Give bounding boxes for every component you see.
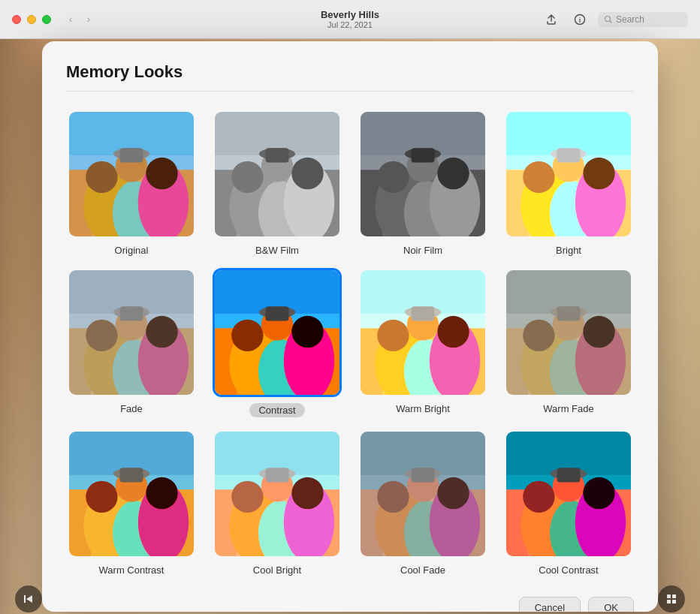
look-item-fade[interactable]: Fade — [66, 268, 197, 417]
look-thumbnail-warm-bright[interactable] — [358, 268, 487, 397]
look-item-bw-film[interactable]: B&W Film — [212, 110, 342, 256]
svg-point-65 — [523, 161, 554, 193]
svg-point-35 — [231, 161, 263, 193]
svg-point-110 — [377, 320, 409, 351]
toolbar-right: i Search — [541, 9, 688, 30]
svg-point-50 — [377, 161, 409, 193]
svg-point-95 — [231, 320, 263, 351]
look-label-cool-contrast: Cool Contrast — [539, 564, 598, 576]
close-button[interactable] — [12, 15, 21, 24]
look-thumbnail-noir-film[interactable] — [358, 110, 487, 239]
modal-footer: Cancel OK — [66, 594, 634, 612]
look-label-contrast: Contrast — [249, 403, 304, 417]
look-label-cool-fade: Cool Fade — [400, 564, 445, 576]
svg-point-155 — [231, 481, 263, 513]
svg-point-112 — [437, 316, 469, 348]
svg-point-125 — [523, 320, 554, 351]
dialog-title: Memory Looks — [66, 62, 634, 92]
photo-title: Beverly Hills — [321, 9, 379, 20]
svg-rect-129 — [557, 306, 581, 321]
svg-point-80 — [86, 320, 117, 351]
look-label-original: Original — [115, 245, 149, 256]
svg-point-187 — [583, 477, 614, 509]
svg-point-157 — [291, 477, 323, 509]
looks-grid: Original — [66, 110, 634, 576]
svg-point-22 — [146, 158, 177, 189]
svg-point-37 — [291, 158, 323, 189]
cancel-button[interactable]: Cancel — [519, 597, 581, 612]
look-item-original[interactable]: Original — [66, 110, 197, 256]
svg-rect-69 — [557, 148, 581, 162]
svg-point-82 — [146, 316, 177, 348]
look-label-warm-bright: Warm Bright — [396, 403, 450, 414]
memory-looks-dialog: Memory Looks — [42, 41, 658, 612]
look-thumbnail-bw-film[interactable] — [213, 110, 342, 239]
svg-point-170 — [377, 481, 409, 513]
look-thumbnail-cool-fade[interactable] — [358, 429, 487, 558]
minimize-button[interactable] — [27, 15, 36, 24]
traffic-lights — [12, 15, 51, 24]
svg-rect-24 — [120, 148, 143, 162]
look-label-fade: Fade — [120, 403, 143, 414]
title-bar: ‹ › Beverly Hills Jul 22, 2021 i Search — [0, 0, 700, 39]
svg-rect-54 — [412, 148, 435, 162]
look-thumbnail-warm-fade[interactable] — [504, 268, 633, 397]
nav-buttons: ‹ › — [63, 12, 96, 27]
photo-date: Jul 22, 2021 — [321, 20, 379, 29]
look-item-cool-bright[interactable]: Cool Bright — [212, 429, 342, 576]
search-bar[interactable]: Search — [598, 12, 688, 27]
look-item-warm-fade[interactable]: Warm Fade — [503, 268, 634, 417]
svg-point-52 — [437, 158, 469, 189]
modal-overlay: Memory Looks — [0, 39, 700, 614]
look-thumbnail-cool-contrast[interactable] — [504, 429, 633, 558]
look-item-bright[interactable]: Bright — [503, 110, 634, 256]
svg-point-140 — [86, 481, 117, 513]
look-item-cool-contrast[interactable]: Cool Contrast — [503, 429, 634, 576]
search-placeholder: Search — [616, 14, 644, 25]
look-thumbnail-cool-bright[interactable] — [213, 429, 342, 558]
look-item-warm-bright[interactable]: Warm Bright — [358, 268, 488, 417]
svg-rect-144 — [120, 468, 143, 482]
look-label-bw-film: B&W Film — [255, 245, 299, 256]
look-thumbnail-contrast[interactable] — [213, 268, 342, 397]
look-label-warm-fade: Warm Fade — [543, 403, 593, 414]
svg-rect-114 — [412, 306, 435, 321]
svg-line-3 — [610, 20, 612, 23]
look-label-noir-film: Noir Film — [403, 245, 442, 256]
back-button[interactable]: ‹ — [63, 12, 78, 27]
look-thumbnail-fade[interactable] — [67, 268, 196, 397]
look-thumbnail-bright[interactable] — [504, 110, 633, 239]
window-title-area: Beverly Hills Jul 22, 2021 — [321, 9, 379, 29]
look-item-contrast[interactable]: Contrast — [212, 268, 342, 417]
look-item-noir-film[interactable]: Noir Film — [358, 110, 488, 256]
svg-rect-39 — [266, 148, 289, 162]
look-label-cool-bright: Cool Bright — [253, 564, 301, 576]
svg-text:i: i — [579, 17, 581, 24]
ok-button[interactable]: OK — [588, 597, 634, 612]
svg-point-67 — [583, 158, 614, 189]
look-label-warm-contrast: Warm Contrast — [99, 564, 164, 576]
look-item-warm-contrast[interactable]: Warm Contrast — [66, 429, 197, 576]
svg-point-127 — [583, 316, 614, 348]
svg-rect-174 — [412, 468, 435, 482]
look-label-bright: Bright — [556, 245, 581, 256]
info-icon[interactable]: i — [569, 9, 590, 30]
look-item-cool-fade[interactable]: Cool Fade — [358, 429, 488, 576]
svg-rect-84 — [120, 306, 143, 321]
forward-button[interactable]: › — [81, 12, 96, 27]
svg-rect-159 — [266, 468, 289, 482]
svg-point-20 — [86, 161, 117, 193]
share-icon[interactable] — [541, 9, 562, 30]
svg-point-172 — [437, 477, 469, 509]
look-thumbnail-original[interactable] — [67, 110, 196, 239]
svg-rect-189 — [557, 468, 581, 482]
svg-point-142 — [146, 477, 177, 509]
svg-point-185 — [523, 481, 554, 513]
svg-rect-99 — [266, 306, 289, 321]
look-thumbnail-warm-contrast[interactable] — [67, 429, 196, 558]
svg-point-97 — [291, 316, 323, 348]
maximize-button[interactable] — [42, 15, 51, 24]
